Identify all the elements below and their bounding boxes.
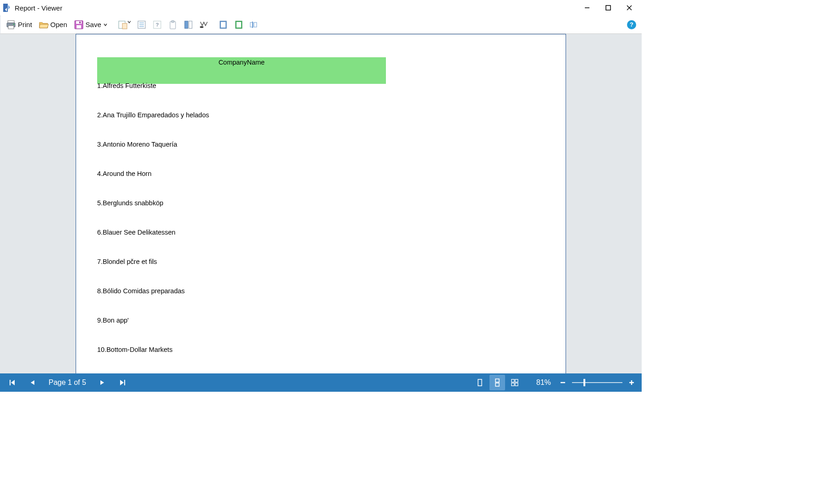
svg-marker-37 <box>31 380 34 385</box>
svg-marker-38 <box>100 380 104 385</box>
view-single-button[interactable] <box>472 375 488 390</box>
svg-rect-44 <box>512 379 514 382</box>
single-page-button[interactable] <box>216 18 231 32</box>
save-button[interactable]: Save <box>71 18 110 32</box>
zoom-slider-thumb[interactable] <box>583 379 585 386</box>
help-button[interactable]: ? <box>624 18 639 32</box>
view-grid-button[interactable] <box>507 375 522 390</box>
svg-point-10 <box>13 23 14 24</box>
svg-rect-46 <box>512 383 514 386</box>
prev-page-button[interactable] <box>25 375 40 390</box>
bottom-bar: Page 1 of 5 81% <box>0 373 642 392</box>
svg-rect-9 <box>8 26 14 29</box>
outline-button[interactable] <box>134 18 149 32</box>
open-button[interactable]: Open <box>36 18 70 32</box>
svg-rect-14 <box>79 22 81 23</box>
zoom-value: 81% <box>534 378 554 387</box>
svg-rect-16 <box>122 23 127 29</box>
window-title: Report - Viewer <box>15 4 62 12</box>
report-row: 2.Ana Trujillo Emparedados y helados <box>97 111 544 119</box>
svg-rect-41 <box>478 379 482 386</box>
last-page-button[interactable] <box>115 375 130 390</box>
thumbnails-button[interactable] <box>181 18 196 32</box>
svg-rect-34 <box>252 22 253 28</box>
view-continuous-button[interactable] <box>490 375 505 390</box>
svg-rect-31 <box>236 22 241 27</box>
document-viewport[interactable]: trial CompanyName 1.Alfreds Futterkiste2… <box>0 34 642 373</box>
svg-rect-33 <box>254 22 257 27</box>
report-row: 9.Bon app' <box>97 317 544 324</box>
maximize-button[interactable] <box>598 1 619 15</box>
svg-rect-24 <box>171 21 174 22</box>
app-window: Report - Viewer Print Open Save <box>0 0 642 392</box>
report-row: 1.Alfreds Futterkiste <box>97 82 544 89</box>
zoom-slider[interactable] <box>572 378 622 387</box>
report-row: 7.Blondel pčre et fils <box>97 258 544 265</box>
svg-rect-26 <box>189 21 192 28</box>
page-indicator: Page 1 of 5 <box>45 378 90 387</box>
toolbar: Print Open Save ? <box>0 16 642 34</box>
clipboard-button[interactable] <box>165 18 180 32</box>
svg-rect-12 <box>76 21 82 24</box>
report-row: 8.Bólido Comidas preparadas <box>97 287 544 295</box>
zoom-group: 81% <box>534 377 637 388</box>
svg-marker-39 <box>120 380 124 385</box>
close-button[interactable] <box>619 1 640 15</box>
report-row: 6.Blauer See Delikatessen <box>97 229 544 236</box>
report-page: trial CompanyName 1.Alfreds Futterkiste2… <box>76 34 566 373</box>
page-setup-button[interactable] <box>115 18 133 32</box>
report-header: CompanyName <box>97 57 386 84</box>
find-button[interactable] <box>197 18 211 32</box>
title-bar: Report - Viewer <box>0 0 642 16</box>
zoom-in-button[interactable] <box>626 377 637 388</box>
svg-marker-36 <box>11 380 15 385</box>
svg-point-27 <box>200 26 204 28</box>
svg-marker-1 <box>8 5 10 10</box>
svg-rect-45 <box>515 379 518 382</box>
save-label: Save <box>86 21 101 28</box>
help-icon: ? <box>627 20 636 29</box>
first-page-button[interactable] <box>5 375 20 390</box>
zoom-out-button[interactable] <box>557 377 568 388</box>
multi-page-button[interactable] <box>247 18 262 32</box>
report-row: 4.Around the Horn <box>97 170 544 177</box>
chevron-down-icon <box>103 22 108 27</box>
svg-rect-25 <box>185 21 188 28</box>
report-row: 3.Antonio Moreno Taquería <box>97 141 544 148</box>
svg-rect-43 <box>495 383 499 386</box>
svg-rect-29 <box>221 22 226 27</box>
svg-marker-0 <box>3 4 8 12</box>
svg-rect-13 <box>77 25 81 28</box>
svg-rect-42 <box>495 379 499 382</box>
svg-rect-4 <box>606 5 610 10</box>
print-label: Print <box>18 21 32 28</box>
view-mode-group <box>472 375 522 390</box>
open-label: Open <box>50 21 67 28</box>
app-icon <box>2 3 12 13</box>
continuous-page-button[interactable] <box>231 18 246 32</box>
report-row: 5.Berglunds snabbköp <box>97 199 544 207</box>
print-button[interactable]: Print <box>3 18 35 32</box>
svg-rect-7 <box>8 21 14 23</box>
report-row: 10.Bottom-Dollar Markets <box>97 346 544 353</box>
svg-text:?: ? <box>155 22 159 27</box>
parameters-button[interactable]: ? <box>150 18 165 32</box>
minimize-button[interactable] <box>577 1 598 15</box>
svg-rect-47 <box>515 383 518 386</box>
next-page-button[interactable] <box>94 375 110 390</box>
